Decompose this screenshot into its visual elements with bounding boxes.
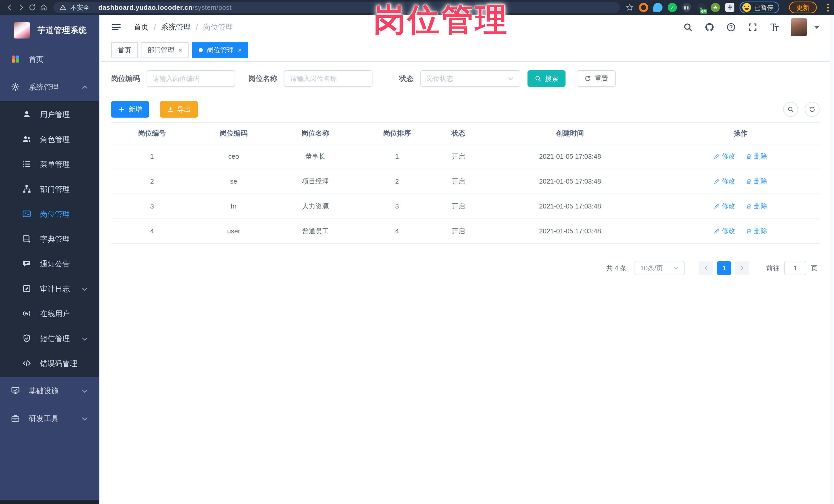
sidebar-item-online-users[interactable]: 在线用户 [0, 302, 99, 326]
post-name-label: 岗位名称 [248, 74, 277, 84]
refresh-button[interactable] [805, 102, 820, 117]
tab-close-icon[interactable]: × [178, 47, 182, 53]
table-header-row: 岗位编号 岗位编码 岗位名称 岗位排序 状态 创建时间 操作 [111, 123, 820, 144]
table-cell: 2 [356, 169, 438, 194]
sidebar-item-menu-management[interactable]: 菜单管理 [0, 152, 99, 177]
sidebar-item-sms-management[interactable]: 短信管理 [0, 326, 99, 351]
page-1-button[interactable]: 1 [717, 261, 731, 275]
blue-drop-extension-icon[interactable] [653, 3, 662, 12]
sidebar-item-audit-log[interactable]: 审计日志 [0, 277, 99, 302]
columns-extension-icon[interactable]: ▮▮ [682, 3, 691, 12]
breadcrumb-system[interactable]: 系统管理 [161, 22, 191, 32]
app-header: 首页 / 系统管理 / 岗位管理 [101, 15, 830, 40]
edit-link[interactable]: 修改 [714, 152, 735, 161]
table-cell: 2021-01-05 17:03:48 [479, 144, 661, 169]
help-icon[interactable] [726, 22, 736, 32]
paused-badge-label: 已暂停 [754, 3, 773, 12]
sidebar-item-dictionary-management[interactable]: 字典管理 [0, 227, 99, 251]
status-select[interactable]: 岗位状态 [420, 70, 520, 87]
roles-icon [22, 134, 32, 145]
export-button[interactable]: 导出 [160, 101, 198, 117]
fullscreen-icon[interactable] [748, 22, 758, 32]
search-icon[interactable] [683, 22, 693, 32]
browser-home-icon[interactable] [38, 2, 49, 13]
browser-reload-icon[interactable] [27, 2, 38, 13]
status-select-placeholder: 岗位状态 [426, 74, 453, 83]
chevron-down-icon [81, 335, 89, 343]
reset-button[interactable]: 重置 [577, 70, 616, 87]
sidebar-item-announcement[interactable]: 通知公告 [0, 251, 99, 277]
user-avatar[interactable] [791, 18, 807, 36]
breadcrumb-home[interactable]: 首页 [134, 22, 149, 32]
delete-link[interactable]: 删除 [746, 201, 767, 211]
next-page-button[interactable] [735, 261, 749, 275]
sidebar-item-post-management[interactable]: 岗位管理 [0, 202, 99, 227]
table-cell: 2 [111, 169, 193, 194]
sidebar-item-error-code-management[interactable]: 错误码管理 [0, 351, 99, 376]
browser-forward-icon[interactable] [16, 2, 27, 13]
post-code-input[interactable] [147, 70, 235, 87]
paused-profile-badge[interactable]: 已暂停 [740, 2, 779, 13]
font-size-icon[interactable] [769, 22, 779, 32]
chevron-right-icon [739, 265, 745, 271]
tab-close-icon[interactable]: × [238, 47, 242, 53]
prev-page-button[interactable] [699, 261, 714, 275]
table-cell: 1 [111, 144, 193, 169]
post-name-input[interactable] [284, 70, 372, 87]
post-code-label: 岗位编码 [111, 74, 140, 84]
puzzle-extension-icon[interactable] [725, 3, 734, 12]
goto-page-input[interactable] [784, 261, 806, 275]
tab-post-management[interactable]: 岗位管理 × [192, 42, 248, 58]
table-row: 3 hr 人力资源 3 开启 2021-01-05 17:03:48 修改 删除 [111, 194, 820, 219]
table-cell: 开启 [438, 219, 479, 244]
page-size-select[interactable]: 10条/页 [635, 261, 685, 275]
browser-scrollbar[interactable] [830, 15, 834, 504]
error-code-icon [22, 359, 32, 369]
edit-link[interactable]: 修改 [714, 177, 735, 185]
orange-ring-extension-icon[interactable] [639, 3, 648, 12]
search-toggle-button[interactable] [783, 102, 798, 117]
add-button[interactable]: 新增 [111, 101, 149, 117]
caret-down-icon[interactable] [814, 26, 820, 29]
tab-home[interactable]: 首页 [111, 42, 138, 58]
page-unit-label: 页 [811, 264, 817, 273]
browser-menu-icon[interactable] [826, 3, 830, 13]
table-row: 2 se 项目经理 2 开启 2021-01-05 17:03:48 修改 删除 [111, 169, 820, 194]
sprout-extension-icon[interactable]: ☘ [711, 3, 720, 12]
green-check-extension-icon[interactable]: ✓ [668, 3, 677, 12]
github-icon[interactable] [705, 22, 715, 32]
search-button[interactable]: 搜索 [527, 70, 566, 87]
edit-link[interactable]: 修改 [714, 201, 735, 211]
gm-extension-icon[interactable]: ≡ [697, 3, 706, 12]
sidebar-item-dev-tools[interactable]: 研发工具 [0, 405, 99, 433]
delete-link[interactable]: 删除 [746, 177, 767, 185]
sidebar-item-home[interactable]: 首页 [0, 46, 99, 73]
address-bar[interactable]: 不安全 dashboard.yudao.iocoder.cn/system/po… [53, 2, 620, 13]
delete-link-label: 删除 [754, 152, 767, 161]
browser-update-button[interactable]: 更新 [789, 2, 817, 13]
edit-link[interactable]: 修改 [714, 226, 735, 236]
url-text: dashboard.yudao.iocoder.cn/system/post [98, 4, 232, 12]
org-tree-icon [22, 184, 32, 195]
sidebar-item-department-management[interactable]: 部门管理 [0, 177, 99, 202]
sidebar-item-infrastructure[interactable]: 基础设施 [0, 377, 99, 405]
announcement-icon [22, 259, 32, 269]
tab-label: 首页 [118, 46, 131, 55]
browser-back-icon[interactable] [4, 2, 16, 13]
goto-label: 前往 [766, 264, 780, 273]
tab-department-management[interactable]: 部门管理 × [141, 42, 189, 58]
table-cell-actions: 修改 删除 [661, 169, 820, 194]
sidebar-collapse-icon[interactable] [111, 22, 122, 32]
delete-link[interactable]: 删除 [746, 152, 767, 161]
table-cell: 2021-01-05 17:03:48 [479, 169, 661, 194]
plus-icon [118, 106, 125, 113]
sidebar-item-system-management[interactable]: 系统管理 [0, 73, 99, 101]
not-secure-warning-icon [60, 4, 66, 11]
bookmark-star-icon[interactable] [626, 3, 634, 12]
table-tools [783, 102, 820, 117]
sidebar-item-role-management[interactable]: 角色管理 [0, 127, 99, 152]
delete-link[interactable]: 删除 [746, 226, 767, 236]
sidebar-item-label: 通知公告 [40, 259, 70, 269]
system-management-submenu: 用户管理 角色管理 菜单管理 部门管理 岗位管理 字典管理 [0, 101, 99, 377]
sidebar-item-user-management[interactable]: 用户管理 [0, 102, 99, 127]
